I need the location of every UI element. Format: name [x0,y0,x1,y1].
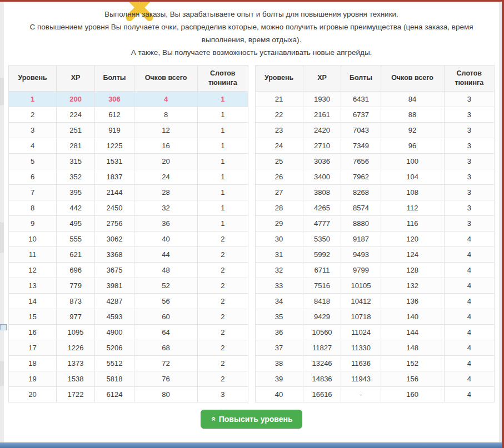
levels-panel: Выполняя заказы, Вы зарабатываете опыт и… [4,2,499,442]
cell: 8880 [341,215,381,231]
cell: 4 [444,386,494,402]
cell: 10718 [341,309,381,324]
cell: 40 [255,386,303,402]
level-row: 2324207043923 [255,122,495,138]
cell: 28 [134,184,198,200]
level-row: 84422450321 [9,200,248,215]
column-header: Уровень [255,65,303,91]
cell: 2 [198,309,248,324]
level-row: 1712265206682 [9,340,248,355]
column-header: Слотов тюнинга [198,65,248,91]
cell: 3400 [303,169,341,184]
cell: 1 [198,107,248,122]
cell: 20 [134,153,198,169]
cell: 7 [9,184,57,200]
background-page-icon [0,324,7,330]
level-row: 3914836119431564 [255,371,495,386]
cell: 16 [134,138,198,153]
cell: 11827 [303,340,341,355]
cell: 8418 [303,293,341,309]
cell: 919 [94,122,134,138]
cell: 29 [255,215,303,231]
cell: 2 [198,278,248,293]
cell: 80 [134,386,198,402]
cell: 7656 [341,153,381,169]
cell: 4 [444,355,494,371]
cell: 40 [134,231,198,246]
cell: 1373 [57,355,95,371]
level-row: 1610954900642 [9,324,248,340]
cell: 4 [444,371,494,386]
level-row: 27380882681083 [255,184,495,200]
cell: 13 [9,278,57,293]
level-up-label: Повысить уровень [219,415,293,424]
cell: 5818 [94,371,134,386]
level-row: 4016616-1604 [255,386,495,402]
cell: 34 [255,293,303,309]
cell: 8 [134,107,198,122]
cell: 3 [198,386,248,402]
cell: 9187 [341,231,381,246]
level-up-icon: » [208,416,217,421]
cell: 1225 [94,138,134,153]
cell: 17 [9,340,57,355]
level-row: 29477788801163 [255,215,495,231]
cell: 14 [9,293,57,309]
cell: 2 [198,340,248,355]
page: Выполняя заказы, Вы зарабатываете опыт и… [0,0,504,448]
level-up-button[interactable]: » Повысить уровень [201,410,302,429]
window-edge-top [0,0,504,2]
cell: 2 [198,324,248,340]
cell: 10412 [341,293,381,309]
cell: 10105 [341,278,381,293]
cell: 2 [198,355,248,371]
cell: 4287 [94,293,134,309]
level-row: 3610560110241444 [255,324,495,340]
level-row: 2017226124803 [9,386,248,402]
column-header: XP [303,65,341,91]
cell: 8268 [341,184,381,200]
cell: 52 [134,278,198,293]
cell: 4593 [94,309,134,324]
cell: 32 [255,262,303,278]
cell: 37 [255,340,303,355]
cell: 4 [9,138,57,153]
cell: 2 [198,231,248,246]
cell: 3 [444,153,494,169]
cell: 76 [134,371,198,386]
level-row: 31599294931244 [255,246,495,262]
cell: 12 [9,262,57,278]
cell: 4 [444,231,494,246]
cell: 4265 [303,200,341,215]
cell: 3036 [303,153,341,169]
level-row: 42811225161 [9,138,248,153]
cell: 132 [381,278,444,293]
cell: 38 [255,355,303,371]
cell: 1 [198,200,248,215]
cell: 31 [255,246,303,262]
cell: 395 [57,184,95,200]
level-row: 3711827113301484 [255,340,495,355]
cell: - [341,386,381,402]
cell: 84 [381,91,444,107]
cell: 9799 [341,262,381,278]
cell: 6431 [341,91,381,107]
level-row: 359429107181404 [255,309,495,324]
cell: 1 [198,91,248,107]
cell: 3675 [94,262,134,278]
cell: 4 [444,293,494,309]
level-row: 26340079621043 [255,169,495,184]
cell: 16616 [303,386,341,402]
cell: 7516 [303,278,341,293]
cell: 7962 [341,169,381,184]
cell: 4 [444,340,494,355]
cell: 160 [381,386,444,402]
cell: 621 [57,246,95,262]
cell: 1 [198,169,248,184]
cell: 104 [381,169,444,184]
cell: 64 [134,324,198,340]
intro-line-1: Выполняя заказы, Вы зарабатываете опыт и… [8,8,495,21]
cell: 2 [198,293,248,309]
column-header: Уровень [9,65,57,91]
column-header: Очков всего [134,65,198,91]
